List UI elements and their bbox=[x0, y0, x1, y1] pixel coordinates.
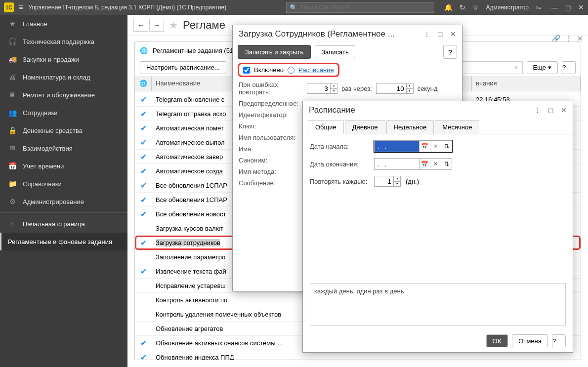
configure-schedule-button[interactable]: Настроить расписание... bbox=[140, 61, 226, 74]
topbar: 1C ≡ Управление IT-отделом 8, редакция 3… bbox=[0, 0, 588, 15]
row-status-icon: ✔ bbox=[135, 166, 152, 176]
end-date-label: Дата окончания: bbox=[310, 161, 369, 168]
folder-icon: 📁 bbox=[8, 180, 17, 188]
enabled-schedule-group: Включено Расписание bbox=[238, 63, 339, 77]
sidebar-item-time[interactable]: 📅Учет времени bbox=[0, 157, 127, 175]
user-label[interactable]: Администратор bbox=[486, 4, 529, 11]
chevron-down-icon[interactable]: ⇋ bbox=[536, 3, 542, 11]
row-status-icon: ✔ bbox=[135, 123, 152, 133]
ok-button[interactable]: OK bbox=[486, 334, 508, 347]
message-label: Сообщение: bbox=[239, 179, 303, 187]
global-search-input[interactable] bbox=[300, 4, 431, 11]
tab-weekly[interactable]: Недельное bbox=[386, 120, 434, 134]
schedule-tabs: Общие Дневное Недельное Месячное bbox=[303, 120, 573, 134]
sidebar-item-home[interactable]: ⌂Начальная страница bbox=[0, 215, 127, 233]
row-status-icon: ✔ bbox=[135, 267, 152, 276]
sidebar-item-admin[interactable]: ⚙Администрирование bbox=[0, 193, 127, 210]
save-close-button[interactable]: Записать и закрыть bbox=[238, 45, 311, 59]
sidebar-item-money[interactable]: 🔒Денежные средства bbox=[0, 122, 127, 139]
nav-back-button[interactable]: ← bbox=[133, 19, 148, 32]
dialog-kebab-icon[interactable]: ⋮ bbox=[423, 30, 430, 38]
calendar-icon[interactable]: 📅 bbox=[419, 159, 430, 169]
cancel-button[interactable]: Отмена bbox=[512, 334, 548, 347]
spin-icon[interactable]: ⇅ bbox=[441, 159, 452, 169]
separator bbox=[0, 212, 127, 213]
method-label: Имя метода: bbox=[239, 168, 303, 175]
headset-icon: 🎧 bbox=[8, 38, 17, 45]
enabled-label: Включено bbox=[254, 66, 284, 74]
repeat-count-input[interactable]: ▴▾ bbox=[307, 83, 337, 94]
globe-icon: 🌐 bbox=[140, 47, 148, 54]
row-status-icon: ✔ bbox=[135, 338, 152, 348]
sidebar-item-employees[interactable]: 👥Сотрудники bbox=[0, 104, 127, 122]
sidebar: ★Главное 🎧Техническая поддержка 🚚Закупки… bbox=[0, 15, 127, 367]
sidebar-item-refs[interactable]: 📁Справочники bbox=[0, 175, 127, 193]
synonym-label: Синоним: bbox=[239, 157, 303, 164]
save-button[interactable]: Записать bbox=[315, 45, 355, 58]
spin-icon[interactable]: ⇅ bbox=[441, 141, 452, 152]
lock-icon: 🔒 bbox=[8, 126, 17, 134]
sidebar-item-support[interactable]: 🎧Техническая поддержка bbox=[0, 33, 127, 50]
sidebar-item-interact[interactable]: ✉Взаимодействия bbox=[0, 139, 127, 157]
col-status[interactable]: 🌐 bbox=[135, 77, 152, 91]
row-status-icon: ✔ bbox=[135, 181, 152, 190]
monitor-icon: 🖥 bbox=[8, 91, 17, 99]
global-search[interactable]: 🔍 bbox=[286, 2, 434, 13]
hamburger-icon[interactable]: ≡ bbox=[19, 3, 23, 12]
help-button[interactable]: ? bbox=[562, 61, 576, 74]
sidebar-item-stock[interactable]: 🖨Номенклатура и склад bbox=[0, 68, 127, 86]
bell-icon[interactable]: 🔔 bbox=[444, 3, 453, 11]
sidebar-item-scheduled-jobs[interactable]: Регламентные и фоновые задания bbox=[0, 233, 127, 250]
star-icon[interactable]: ☆ bbox=[472, 3, 479, 11]
schedule-kebab-icon[interactable]: ⋮ bbox=[534, 106, 541, 114]
row-status-icon: ✔ bbox=[135, 138, 152, 147]
name-label: Имя: bbox=[239, 145, 303, 153]
sidebar-item-main[interactable]: ★Главное bbox=[0, 15, 127, 33]
dialog-maximize-icon[interactable]: ◻ bbox=[437, 30, 443, 38]
mail-icon: ✉ bbox=[8, 144, 17, 152]
schedule-title-bar: Расписание ⋮ ◻ ✕ bbox=[303, 101, 573, 119]
days-unit: (дн.) bbox=[406, 178, 419, 185]
schedule-body: Дата начала: 📅 × ⇅ Дата окончания: 📅 × ⇅… bbox=[303, 134, 573, 199]
schedule-help-button[interactable]: ? bbox=[552, 334, 566, 347]
schedule-close-icon[interactable]: ✕ bbox=[561, 106, 567, 114]
sidebar-item-sales[interactable]: 🚚Закупки и продажи bbox=[0, 50, 127, 68]
schedule-maximize-icon[interactable]: ◻ bbox=[548, 106, 554, 114]
dialog-close-icon[interactable]: ✕ bbox=[450, 30, 456, 38]
clear-icon[interactable]: × bbox=[430, 141, 441, 152]
row-status-icon: ✔ bbox=[135, 95, 152, 104]
schedule-title: Расписание bbox=[309, 105, 355, 115]
schedule-link[interactable]: Расписание bbox=[298, 66, 334, 74]
dialog-help-button[interactable]: ? bbox=[443, 45, 457, 59]
id-label: Идентификатор: bbox=[239, 111, 303, 119]
printer-icon: 🖨 bbox=[8, 73, 17, 81]
repeat-days-input[interactable]: ▴▾ bbox=[374, 176, 401, 187]
end-date-input[interactable]: 📅 × ⇅ bbox=[374, 158, 452, 170]
home-icon: ⌂ bbox=[8, 220, 17, 228]
minimize-icon[interactable]: — bbox=[551, 3, 558, 11]
sidebar-item-repair[interactable]: 🖥Ремонт и обслуживание bbox=[0, 86, 127, 104]
clear-search-icon[interactable]: × bbox=[510, 64, 522, 71]
enabled-checkbox[interactable] bbox=[243, 67, 250, 74]
maximize-icon[interactable]: ◻ bbox=[565, 3, 571, 11]
tab-general[interactable]: Общие bbox=[308, 120, 344, 134]
calendar-icon[interactable]: 📅 bbox=[419, 141, 430, 152]
nav-forward-button[interactable]: → bbox=[149, 19, 164, 32]
repeat-seconds-input[interactable]: ▴▾ bbox=[376, 83, 414, 94]
user-label: Имя пользователя: bbox=[239, 134, 303, 141]
favorite-toggle[interactable]: ★ bbox=[169, 19, 178, 31]
tab-daily[interactable]: Дневное bbox=[345, 120, 385, 134]
col-end[interactable]: нчания bbox=[472, 77, 581, 91]
start-date-label: Дата начала: bbox=[310, 143, 369, 150]
key-label: Ключ: bbox=[239, 122, 303, 130]
history-icon[interactable]: ↻ bbox=[460, 3, 465, 11]
start-date-input[interactable]: 📅 × ⇅ bbox=[374, 140, 452, 152]
clear-icon[interactable]: × bbox=[430, 159, 441, 169]
row-status-icon: ✔ bbox=[135, 195, 152, 204]
schedule-summary: каждый день; один раз в день bbox=[310, 283, 566, 326]
close-icon[interactable]: ✕ bbox=[578, 3, 584, 11]
more-button[interactable]: Еще ▾ bbox=[527, 61, 558, 74]
tab-monthly[interactable]: Месячное bbox=[435, 120, 479, 134]
dialog-title-bar: Загрузка Сотрудников (Регламентное ... ⋮… bbox=[233, 25, 462, 43]
app-logo: 1C bbox=[4, 2, 14, 12]
